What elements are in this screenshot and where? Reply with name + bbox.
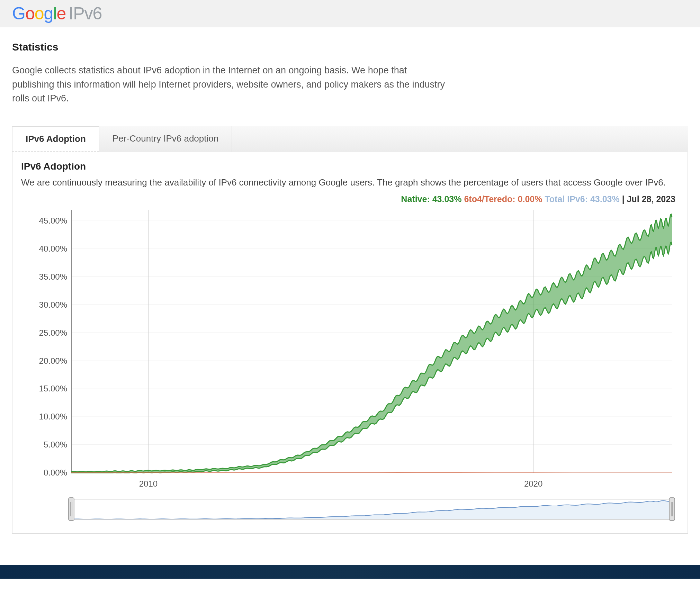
- tab-ipv6-adoption[interactable]: IPv6 Adoption: [12, 126, 99, 152]
- svg-text:2020: 2020: [524, 479, 542, 488]
- legend-date-sep: |: [622, 194, 627, 204]
- legend-total-value: 43.03%: [590, 194, 620, 204]
- chart-legend: Native: 43.03% 6to4/Teredo: 0.00% Total …: [21, 194, 679, 204]
- panel-title: IPv6 Adoption: [21, 161, 679, 172]
- svg-text:35.00%: 35.00%: [39, 272, 67, 281]
- svg-text:30.00%: 30.00%: [39, 300, 67, 309]
- svg-text:2010: 2010: [139, 479, 158, 488]
- header-bar: GoogleIPv6: [0, 0, 700, 27]
- svg-text:40.00%: 40.00%: [39, 244, 67, 253]
- page-title: Statistics: [12, 41, 688, 53]
- main-content: Statistics Google collects statistics ab…: [0, 27, 700, 544]
- tab-bar: IPv6 Adoption Per-Country IPv6 adoption: [12, 126, 688, 152]
- range-handle[interactable]: [69, 498, 74, 521]
- legend-native-label: Native:: [401, 194, 430, 204]
- footer-strip: [0, 565, 700, 579]
- legend-native: Native: 43.03%: [401, 194, 464, 204]
- google-logo[interactable]: GoogleIPv6: [12, 4, 102, 23]
- panel-ipv6-adoption: IPv6 Adoption We are continuously measur…: [12, 152, 688, 534]
- chart-area[interactable]: 0.00%5.00%10.00%15.00%20.00%25.00%30.00%…: [21, 206, 679, 494]
- mini-chart-svg[interactable]: [21, 497, 679, 521]
- legend-6to4: 6to4/Teredo: 0.00%: [464, 194, 545, 204]
- page-intro: Google collects statistics about IPv6 ad…: [12, 63, 448, 106]
- legend-6to4-value: 0.00%: [518, 194, 542, 204]
- range-slider-area[interactable]: [21, 497, 679, 521]
- svg-text:10.00%: 10.00%: [39, 412, 67, 421]
- tab-per-country[interactable]: Per-Country IPv6 adoption: [99, 126, 232, 152]
- legend-native-value: 43.03%: [432, 194, 462, 204]
- range-handle[interactable]: [669, 498, 675, 521]
- svg-text:20.00%: 20.00%: [39, 356, 67, 365]
- panel-description: We are continuously measuring the availa…: [21, 177, 679, 188]
- legend-total: Total IPv6: 43.03%: [545, 194, 622, 204]
- svg-text:25.00%: 25.00%: [39, 328, 67, 337]
- svg-text:45.00%: 45.00%: [39, 216, 67, 225]
- legend-total-label: Total IPv6:: [545, 194, 588, 204]
- logo-suffix: IPv6: [69, 4, 102, 23]
- svg-text:0.00%: 0.00%: [44, 468, 67, 477]
- legend-date: Jul 28, 2023: [627, 194, 675, 204]
- main-chart-svg[interactable]: 0.00%5.00%10.00%15.00%20.00%25.00%30.00%…: [21, 206, 679, 494]
- svg-text:15.00%: 15.00%: [39, 384, 67, 393]
- svg-text:5.00%: 5.00%: [44, 440, 67, 449]
- legend-6to4-label: 6to4/Teredo:: [464, 194, 515, 204]
